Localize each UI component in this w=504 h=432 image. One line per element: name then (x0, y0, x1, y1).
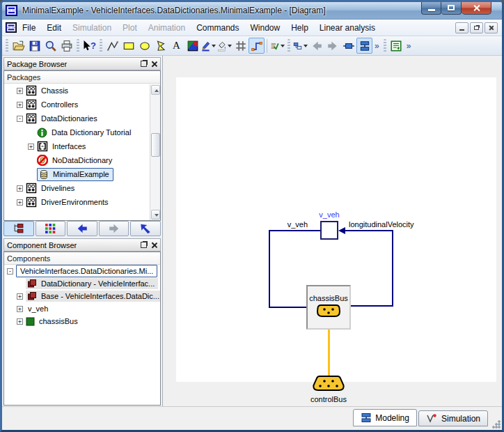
component-item-label: v_veh (26, 304, 50, 314)
zoom-button[interactable] (42, 38, 58, 54)
menu-window[interactable]: Window (244, 21, 285, 35)
rectangle-tool-icon (123, 40, 135, 52)
tree-item-chassis[interactable]: + Chassis (4, 84, 160, 98)
menu-commands[interactable]: Commands (191, 21, 244, 35)
bus-connection-line[interactable] (328, 330, 330, 376)
toolbar-overflow-button[interactable]: » (404, 41, 414, 51)
components-header[interactable]: Components (4, 252, 160, 265)
tree-item-drivelines[interactable]: + Drivelines (4, 181, 160, 195)
expander-icon[interactable]: - (7, 268, 13, 275)
toolbar-grip[interactable] (100, 39, 102, 53)
expander-icon[interactable]: + (17, 318, 23, 325)
tree-item-datadictionaries[interactable]: - DataDictionaries (4, 111, 160, 125)
selected-tree-item: MinimalExample (37, 168, 113, 181)
connection-line[interactable] (345, 230, 393, 231)
mdi-minimize-button[interactable] (455, 22, 468, 33)
chassis-bus-block[interactable]: chassisBus (306, 285, 351, 330)
expander-icon[interactable]: + (17, 293, 23, 300)
package-tree-scrollbar[interactable] (150, 84, 160, 220)
component-item-base[interactable]: + Base - VehicleInterfaces.DataDic... (4, 290, 160, 302)
scroll-down-icon[interactable] (151, 210, 160, 219)
connection-line[interactable] (269, 230, 270, 308)
toolbar-grip[interactable] (77, 39, 79, 53)
maximize-button[interactable] (441, 1, 462, 15)
open-button[interactable] (10, 38, 26, 54)
icon-view-button[interactable] (340, 38, 356, 54)
expander-icon[interactable]: + (17, 199, 23, 206)
mdi-restore-icon (474, 26, 479, 30)
pen-color-button[interactable] (200, 38, 216, 54)
tree-item-controllers[interactable]: + Controllers (4, 98, 160, 111)
minimize-button[interactable] (421, 1, 441, 15)
float-panel-icon[interactable] (141, 242, 147, 248)
expander-icon[interactable]: - (17, 116, 23, 122)
control-bus-connector[interactable] (313, 376, 345, 391)
scrollbar-thumb[interactable] (151, 133, 160, 157)
flat-view-button[interactable] (36, 221, 66, 236)
component-item-chassisbus[interactable]: + chassisBus (4, 315, 160, 327)
ellipse-tool-button[interactable] (136, 38, 152, 54)
toolbar-grip[interactable] (6, 39, 8, 53)
document-icon[interactable] (6, 22, 17, 33)
mdi-minimize-icon (459, 29, 464, 31)
history-forward-button (99, 221, 129, 236)
mdi-restore-button[interactable] (470, 22, 483, 33)
connection-line[interactable] (351, 305, 393, 307)
fill-color-button[interactable] (216, 38, 233, 54)
line-tool-button[interactable] (104, 38, 120, 54)
expander-icon[interactable]: + (17, 88, 23, 94)
menu-file[interactable]: File (17, 21, 41, 35)
close-panel-icon[interactable] (151, 242, 157, 248)
documentation-button[interactable] (388, 38, 404, 54)
tree-item-minimalexample[interactable]: MinimalExample (4, 167, 160, 181)
menu-edit[interactable]: Edit (41, 21, 67, 35)
tab-simulation[interactable]: Simulation (418, 410, 488, 426)
new-class-button[interactable] (292, 38, 308, 54)
tree-item-driverenvironments[interactable]: + DriverEnvironments (4, 195, 160, 209)
menu-linear-analysis[interactable]: Linear analysis (314, 21, 381, 35)
connection-line[interactable] (392, 230, 393, 307)
expander-icon[interactable]: + (17, 185, 23, 192)
history-back-button[interactable] (67, 221, 97, 236)
tree-item-nodatadictionary[interactable]: NoDataDictionary (4, 153, 160, 167)
bitmap-tool-button[interactable] (184, 38, 200, 54)
connect-mode-button[interactable] (249, 38, 265, 54)
connection-line[interactable] (269, 230, 320, 231)
v-veh-block[interactable] (320, 221, 338, 240)
diagram-canvas[interactable]: v_veh v_veh longitudinalVelocity chassis… (162, 56, 502, 406)
scroll-up-icon[interactable] (151, 85, 160, 95)
float-panel-icon[interactable] (141, 61, 147, 67)
resize-grip[interactable] (491, 419, 501, 429)
packages-header[interactable]: Packages (4, 71, 160, 84)
expander-icon[interactable]: + (17, 306, 23, 312)
menu-animation: Animation (143, 21, 191, 35)
tree-item-interfaces[interactable]: + Interfaces (4, 139, 160, 153)
component-item-datadictionary[interactable]: DataDictionary - VehicleInterfac... (4, 277, 160, 290)
check-model-button[interactable] (269, 38, 285, 54)
diagram-view-button[interactable] (356, 38, 372, 54)
polygon-tool-button[interactable] (152, 38, 168, 54)
tab-modeling[interactable]: Modeling (353, 409, 417, 426)
toolbar-overflow-button[interactable]: » (372, 41, 381, 51)
component-item-label: Base - VehicleInterfaces.DataDic... (39, 291, 161, 301)
expander-icon[interactable]: + (17, 102, 23, 108)
tree-view-button[interactable] (3, 221, 34, 236)
toolbar-grip[interactable] (384, 39, 386, 53)
close-panel-icon[interactable] (151, 61, 157, 67)
close-button[interactable] (462, 1, 491, 15)
component-item-v-veh[interactable]: + v_veh (4, 302, 160, 315)
menu-help[interactable]: Help (285, 21, 314, 35)
grid-toggle-button[interactable] (233, 38, 249, 54)
save-button[interactable] (26, 38, 42, 54)
expander-icon[interactable]: + (28, 144, 34, 150)
connection-line[interactable] (269, 307, 308, 308)
component-item-root[interactable]: - VehicleInterfaces.DataDictionaries.Mi.… (4, 265, 160, 277)
tree-item-tutorial[interactable]: Data Dictionary Tutorial (4, 125, 160, 139)
mdi-close-button[interactable] (485, 22, 498, 33)
print-button[interactable] (58, 38, 74, 54)
text-tool-button[interactable]: A (168, 38, 184, 54)
context-help-button[interactable]: ? (81, 38, 97, 54)
go-to-parent-button[interactable] (130, 221, 161, 236)
rectangle-tool-button[interactable] (120, 38, 136, 54)
toolbar-grip[interactable] (288, 39, 290, 53)
